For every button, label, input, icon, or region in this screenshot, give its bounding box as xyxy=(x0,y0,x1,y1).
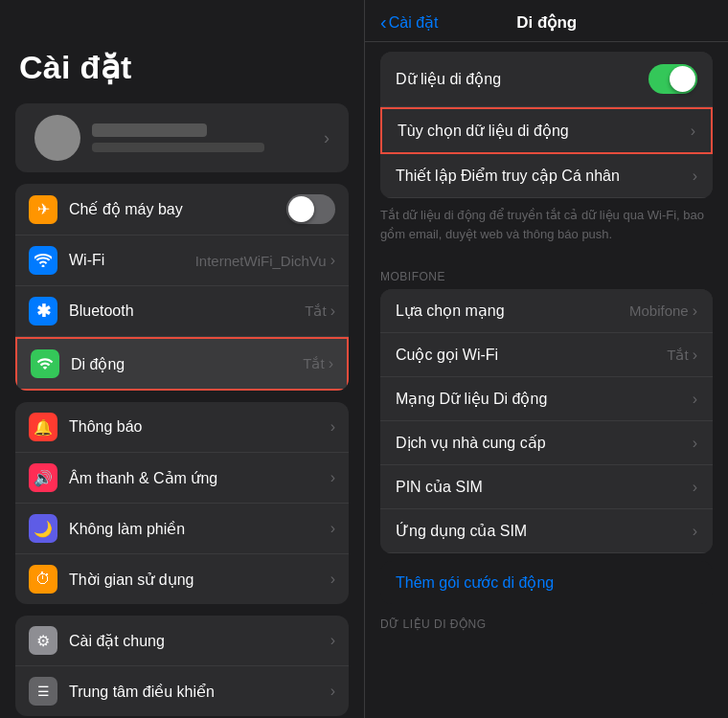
notifications-label: Thông báo xyxy=(69,418,330,436)
general-chevron-icon: › xyxy=(330,632,335,649)
cellular-label: Di động xyxy=(71,355,303,373)
hotspot-item[interactable]: Thiết lập Điểm truy cập Cá nhân › xyxy=(380,154,713,198)
system-group: ⚙ Cài đặt chung › ☰ Trung tâm điều khiển… xyxy=(15,616,349,716)
settings-item-notifications[interactable]: 🔔 Thông báo › xyxy=(15,402,349,453)
network-select-item[interactable]: Lựa chọn mạng Mobifone › xyxy=(380,289,713,333)
right-content: Dữ liệu di động Tùy chọn dữ liệu di động… xyxy=(365,42,728,712)
cellular-network-label: Mạng Dữ liệu Di động xyxy=(396,390,693,408)
right-panel: ‹ Cài đặt Di động Dữ liệu di động Tùy ch… xyxy=(364,0,728,718)
notifications-icon: 🔔 xyxy=(29,413,57,441)
cellular-chevron-icon: › xyxy=(329,355,333,372)
settings-item-screen-time[interactable]: ⏱ Thời gian sử dụng › xyxy=(15,554,349,604)
back-label: Cài đặt xyxy=(389,13,439,32)
control-center-label: Trung tâm điều khiển xyxy=(69,683,330,701)
settings-item-cellular[interactable]: Di động Tắt › xyxy=(15,337,349,391)
wifi-chevron-icon: › xyxy=(330,252,335,269)
wifi-icon xyxy=(29,246,57,275)
profile-info xyxy=(92,123,324,152)
cellular-network-chevron-icon: › xyxy=(693,391,697,408)
apps-group: 🔔 Thông báo › 🔊 Âm thanh & Cảm ứng › 🌙 K… xyxy=(15,402,349,604)
mobifone-group: Lựa chọn mạng Mobifone › Cuộc gọi Wi-Fi … xyxy=(380,289,713,553)
screen-time-chevron-icon: › xyxy=(330,571,335,588)
sim-apps-label: Ứng dụng của SIM xyxy=(396,522,693,540)
airplane-label: Chế độ máy bay xyxy=(69,200,286,218)
settings-item-bluetooth[interactable]: ✱ Bluetooth Tắt › xyxy=(15,286,349,337)
bluetooth-label: Bluetooth xyxy=(69,303,305,320)
bluetooth-value: Tắt xyxy=(305,303,326,320)
focus-icon: 🌙 xyxy=(29,514,57,543)
cellular-data-label: Dữ liệu di động xyxy=(396,70,648,88)
profile-row[interactable]: › xyxy=(15,103,349,172)
wifi-calling-chevron-icon: › xyxy=(693,347,697,364)
mobifone-section-header: MOBIFONE xyxy=(365,255,728,289)
sim-apps-item[interactable]: Ứng dụng của SIM › xyxy=(380,509,713,553)
screen-time-label: Thời gian sử dụng xyxy=(69,571,330,589)
focus-label: Không làm phiền xyxy=(69,520,330,538)
data-options-chevron-icon: › xyxy=(691,123,695,140)
sound-label: Âm thanh & Cảm ứng xyxy=(69,469,330,487)
wifi-label: Wi-Fi xyxy=(69,252,195,269)
settings-item-general[interactable]: ⚙ Cài đặt chung › xyxy=(15,616,349,666)
wifi-calling-item[interactable]: Cuộc gọi Wi-Fi Tắt › xyxy=(380,333,713,377)
notifications-chevron-icon: › xyxy=(330,418,335,436)
data-options-label: Tùy chọn dữ liệu di động xyxy=(398,122,691,140)
control-center-chevron-icon: › xyxy=(330,683,335,700)
add-plan-label: Thêm gói cước di động xyxy=(396,573,554,592)
profile-chevron-icon: › xyxy=(324,128,330,148)
sim-pin-chevron-icon: › xyxy=(693,479,697,496)
bottom-section-label: DỮ LIỆU DI ĐỘNG xyxy=(365,604,728,637)
wifi-value: InternetWiFi_DichVu xyxy=(195,253,327,269)
sound-chevron-icon: › xyxy=(330,469,335,486)
connectivity-group: ✈ Chế độ máy bay Wi-Fi InternetWiFi_Dich… xyxy=(15,184,349,391)
provider-services-item[interactable]: Dịch vụ nhà cung cấp › xyxy=(380,421,713,465)
left-header: Cài đặt xyxy=(0,0,364,96)
focus-chevron-icon: › xyxy=(330,520,335,537)
airplane-toggle[interactable] xyxy=(286,194,335,224)
settings-item-control-center[interactable]: ☰ Trung tâm điều khiển › xyxy=(15,666,349,716)
hotspot-label: Thiết lập Điểm truy cập Cá nhân xyxy=(396,167,693,185)
airplane-icon: ✈ xyxy=(29,195,57,224)
cellular-value: Tắt xyxy=(303,355,324,372)
back-button[interactable]: ‹ Cài đặt xyxy=(380,11,438,34)
sound-icon: 🔊 xyxy=(29,463,57,492)
provider-services-label: Dịch vụ nhà cung cấp xyxy=(396,434,693,452)
sim-pin-label: PIN của SIM xyxy=(396,478,693,496)
screen-time-icon: ⏱ xyxy=(29,565,57,594)
profile-sub xyxy=(92,143,264,152)
bluetooth-chevron-icon: › xyxy=(330,303,335,320)
sim-apps-chevron-icon: › xyxy=(693,523,697,540)
cellular-network-item[interactable]: Mạng Dữ liệu Di động › xyxy=(380,377,713,421)
provider-services-chevron-icon: › xyxy=(693,435,697,452)
cellular-description: Tắt dữ liệu di động để truyền tắt cả dữ … xyxy=(365,198,728,255)
add-plan-group: Thêm gói cước di động xyxy=(380,561,713,604)
settings-item-sound[interactable]: 🔊 Âm thanh & Cảm ứng › xyxy=(15,453,349,504)
left-panel: Cài đặt › ✈ Chế độ máy bay Wi-Fi Interne… xyxy=(0,0,364,718)
cellular-data-item[interactable]: Dữ liệu di động xyxy=(380,52,713,107)
wifi-calling-value: Tắt xyxy=(667,347,688,364)
network-select-label: Lựa chọn mạng xyxy=(396,302,629,320)
sim-pin-item[interactable]: PIN của SIM › xyxy=(380,465,713,509)
back-chevron-icon: ‹ xyxy=(380,11,387,34)
network-select-value: Mobifone xyxy=(629,303,689,319)
settings-item-airplane[interactable]: ✈ Chế độ máy bay xyxy=(15,184,349,236)
right-header: ‹ Cài đặt Di động xyxy=(365,0,728,42)
cellular-data-toggle[interactable] xyxy=(648,64,697,94)
page-title: Cài đặt xyxy=(19,48,345,86)
general-icon: ⚙ xyxy=(29,626,57,655)
data-options-item[interactable]: Tùy chọn dữ liệu di động › xyxy=(380,107,713,154)
avatar xyxy=(34,115,80,161)
cellular-icon xyxy=(31,349,59,378)
settings-item-wifi[interactable]: Wi-Fi InternetWiFi_DichVu › xyxy=(15,236,349,286)
right-page-title: Di động xyxy=(438,12,655,33)
settings-item-focus[interactable]: 🌙 Không làm phiền › xyxy=(15,504,349,554)
add-plan-item[interactable]: Thêm gói cước di động xyxy=(380,561,713,604)
general-label: Cài đặt chung xyxy=(69,632,330,650)
network-select-chevron-icon: › xyxy=(693,303,697,320)
control-center-icon: ☰ xyxy=(29,677,57,706)
profile-name xyxy=(92,123,207,137)
top-settings-group: Dữ liệu di động Tùy chọn dữ liệu di động… xyxy=(380,52,713,198)
bluetooth-icon: ✱ xyxy=(29,297,57,325)
wifi-calling-label: Cuộc gọi Wi-Fi xyxy=(396,346,667,364)
hotspot-chevron-icon: › xyxy=(693,168,697,185)
